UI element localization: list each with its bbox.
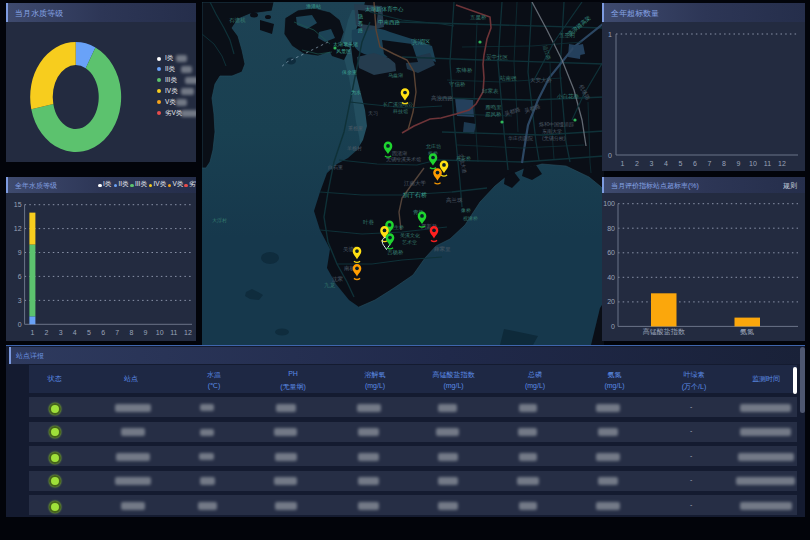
svg-text:大浮村: 大浮村 (212, 217, 227, 224)
svg-text:羊桅村: 羊桅村 (347, 145, 362, 152)
svg-text:4: 4 (73, 329, 77, 336)
svg-text:祝缘桥: 祝缘桥 (463, 215, 478, 222)
svg-text:4: 4 (664, 160, 668, 167)
svg-text:像桥: 像桥 (460, 207, 471, 213)
svg-text:华庄街副院: 华庄街副院 (508, 135, 533, 142)
svg-text:白石里: 白石里 (328, 164, 343, 171)
svg-text:12: 12 (14, 225, 22, 232)
svg-text:保余里: 保余里 (341, 69, 357, 76)
svg-text:薛家里: 薛家里 (434, 246, 451, 252)
svg-text:九龙: 九龙 (324, 282, 336, 288)
svg-text:80: 80 (607, 225, 615, 232)
svg-text:15: 15 (14, 201, 22, 208)
svg-text:3: 3 (18, 297, 22, 304)
svg-text:守信桥: 守信桥 (449, 81, 466, 88)
svg-text:8: 8 (129, 329, 133, 336)
svg-text:8: 8 (722, 160, 726, 167)
svg-text:风景区: 风景区 (336, 48, 351, 54)
svg-text:景中北区: 景中北区 (486, 54, 509, 61)
svg-text:3: 3 (650, 160, 654, 167)
svg-text:5: 5 (87, 329, 91, 336)
svg-text:20: 20 (607, 298, 615, 305)
svg-text:东绛桥: 东绛桥 (455, 67, 473, 73)
svg-text:12: 12 (778, 160, 786, 167)
svg-text:招丁石桥: 招丁石桥 (402, 191, 427, 199)
svg-text:7: 7 (708, 160, 712, 167)
svg-text:太湖新体育中心: 太湖新体育中心 (365, 6, 404, 12)
svg-text:乌鑫湖: 乌鑫湖 (388, 72, 403, 78)
svg-text:7: 7 (115, 329, 119, 336)
svg-text:站南强: 站南强 (499, 75, 517, 81)
svg-text:10: 10 (156, 329, 164, 336)
svg-text:五星桥: 五星桥 (470, 14, 487, 20)
svg-text:1: 1 (30, 329, 34, 336)
svg-text:烁和中国慢追踪: 烁和中国慢追踪 (539, 121, 574, 128)
svg-text:太湖鼋头渚: 太湖鼋头渚 (333, 41, 358, 48)
svg-text:60: 60 (607, 249, 615, 256)
svg-text:吉杨桥: 吉杨桥 (387, 249, 404, 256)
svg-text:2: 2 (45, 329, 49, 336)
svg-text:东南大学: 东南大学 (542, 128, 562, 134)
svg-text:9: 9 (18, 249, 22, 256)
svg-text:石塘栈: 石塘栈 (229, 17, 246, 24)
svg-text:隐: 隐 (358, 13, 363, 20)
svg-text:11: 11 (764, 160, 771, 167)
svg-text:3: 3 (59, 329, 63, 336)
svg-text:12: 12 (184, 329, 192, 336)
svg-text:重桅里: 重桅里 (348, 125, 363, 132)
svg-text:40: 40 (607, 274, 615, 281)
svg-text:高锰酸盐指数: 高锰酸盐指数 (643, 328, 686, 336)
svg-text:小白花桥: 小白花桥 (556, 93, 580, 100)
svg-text:为水: 为水 (351, 89, 361, 95)
svg-text:6: 6 (18, 273, 22, 280)
svg-text:邱家表: 邱家表 (481, 88, 499, 94)
svg-text:11: 11 (170, 329, 177, 336)
svg-text:高浪西路: 高浪西路 (431, 95, 454, 102)
svg-text:0: 0 (611, 323, 615, 330)
svg-text:天习: 天习 (368, 110, 378, 116)
svg-text:路: 路 (358, 27, 363, 33)
svg-text:6: 6 (693, 160, 697, 167)
svg-text:9: 9 (144, 329, 148, 336)
svg-text:0: 0 (18, 321, 22, 328)
svg-text:北庄坊: 北庄坊 (426, 143, 441, 150)
svg-text:雁鸣里: 雁鸣里 (485, 104, 502, 110)
svg-text:1: 1 (621, 160, 625, 167)
svg-text:滨湖区: 滨湖区 (411, 38, 431, 46)
svg-text:氨氮: 氨氮 (740, 328, 754, 336)
svg-text:高兰珠: 高兰珠 (446, 197, 463, 203)
svg-text:吴溪文化: 吴溪文化 (400, 232, 420, 239)
svg-text:长广溪湿地公: 长广溪湿地公 (383, 101, 413, 108)
svg-text:叶巷: 叶巷 (363, 219, 375, 225)
svg-text:愿风桥: 愿风桥 (485, 111, 502, 118)
svg-text:(无锡分校): (无锡分校) (542, 135, 566, 142)
svg-text:6: 6 (101, 329, 105, 336)
svg-text:五墨村: 五墨村 (559, 32, 576, 39)
svg-text:0: 0 (608, 152, 612, 159)
svg-text:艺术堂: 艺术堂 (402, 239, 417, 245)
svg-text:100: 100 (603, 200, 615, 207)
svg-text:渔港站: 渔港站 (306, 3, 321, 10)
svg-text:寿安桥: 寿安桥 (456, 155, 471, 161)
svg-text:5: 5 (679, 160, 683, 167)
svg-text:秀: 秀 (358, 20, 363, 26)
svg-text:江南大学: 江南大学 (404, 180, 427, 187)
svg-text:科技馆: 科技馆 (393, 108, 408, 114)
svg-text:中南西路: 中南西路 (378, 19, 401, 26)
svg-text:9: 9 (737, 160, 741, 167)
svg-text:10: 10 (749, 160, 757, 167)
svg-text:2: 2 (635, 160, 639, 167)
svg-text:天安大桥: 天安大桥 (530, 77, 553, 83)
svg-text:1: 1 (608, 31, 612, 38)
svg-text:无锡绘溪美术馆: 无锡绘溪美术馆 (386, 156, 421, 163)
